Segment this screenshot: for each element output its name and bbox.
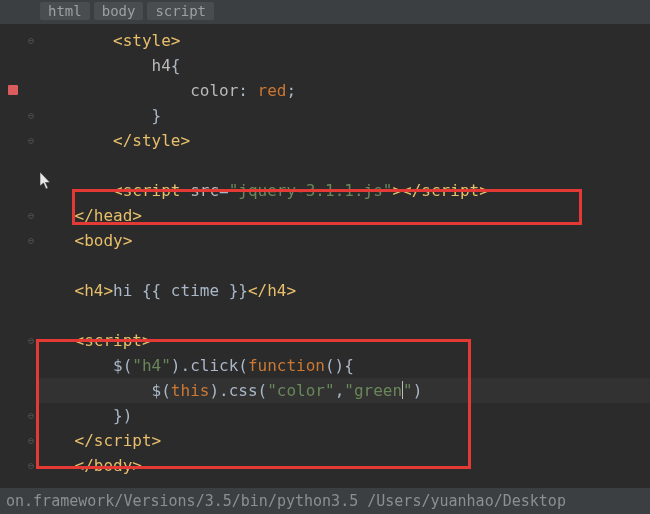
status-text: on.framework/Versions/3.5/bin/python3.5 … [6,492,566,510]
breadcrumb-item[interactable]: html [40,2,90,20]
code-line[interactable]: <script src="jquery-3.1.1.js"></script> [36,178,650,203]
fold-marker-icon[interactable]: ⊖ [28,103,34,128]
breadcrumb[interactable]: html body script [0,0,650,24]
code-line[interactable]: } [36,103,650,128]
gutter: ⊖⊖⊖⊖⊖⊖⊖⊖⊖ [0,24,36,478]
code-line[interactable]: color: red; [36,78,650,103]
fold-marker-icon[interactable]: ⊖ [28,428,34,453]
code-line[interactable]: </head> [36,203,650,228]
code-line[interactable]: }) [36,403,650,428]
code-line[interactable] [36,303,650,328]
code-editor[interactable]: ⊖⊖⊖⊖⊖⊖⊖⊖⊖ <style> h4{ color: red; } </st… [0,24,650,478]
breadcrumb-item[interactable]: body [94,2,144,20]
fold-marker-icon[interactable]: ⊖ [28,228,34,253]
fold-marker-icon[interactable]: ⊖ [28,128,34,153]
fold-marker-icon[interactable]: ⊖ [28,453,34,478]
fold-marker-icon[interactable]: ⊖ [28,328,34,353]
code-line[interactable] [36,153,650,178]
code-line[interactable]: </style> [36,128,650,153]
fold-marker-icon[interactable]: ⊖ [28,403,34,428]
code-line[interactable]: </body> [36,453,650,478]
code-area[interactable]: <style> h4{ color: red; } </style> <scri… [36,24,650,478]
fold-marker-icon[interactable]: ⊖ [28,203,34,228]
code-line[interactable]: $(this).css("color","green") [36,378,650,403]
status-bar: on.framework/Versions/3.5/bin/python3.5 … [0,488,650,514]
breakpoint-marker[interactable] [8,85,18,95]
code-line[interactable]: $("h4").click(function(){ [36,353,650,378]
code-line[interactable] [36,253,650,278]
code-line[interactable]: <body> [36,228,650,253]
code-line[interactable]: </script> [36,428,650,453]
fold-marker-icon[interactable]: ⊖ [28,28,34,53]
code-line[interactable]: <style> [36,28,650,53]
code-line[interactable]: <h4>hi {{ ctime }}</h4> [36,278,650,303]
code-line[interactable]: h4{ [36,53,650,78]
code-line[interactable]: <script> [36,328,650,353]
breadcrumb-item[interactable]: script [147,2,214,20]
